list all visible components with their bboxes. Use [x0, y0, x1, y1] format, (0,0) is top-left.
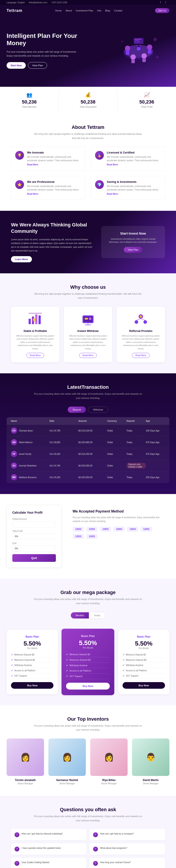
feature-1-2: Withdraw Anytime — [66, 663, 110, 668]
calc-input-profit[interactable] — [12, 533, 56, 539]
nav-investment[interactable]: Investment Plan — [76, 9, 93, 12]
svg-point-40 — [140, 315, 142, 318]
nav-about[interactable]: About — [66, 9, 72, 12]
buy-btn-2[interactable]: Buy Now — [122, 682, 165, 689]
pricing-tabs-wrap: Monthly Yearly — [7, 612, 169, 625]
calculator-box: Calculate Your Profit Global Amount Tota… — [7, 505, 62, 567]
profit-number: 50,236 — [122, 99, 172, 105]
buy-btn-1[interactable]: Buy Now — [66, 683, 110, 689]
pricing-section: Grab our mega package Put your investing… — [0, 579, 176, 705]
tx-avatar-3: AS — [11, 463, 17, 469]
pricing-card-1: Basic Plan 5.50% Per Month Minimum Depos… — [62, 628, 114, 695]
pricing-card-0: Basic Plan 5.50% Per Month Minimum Depos… — [7, 630, 58, 694]
stat-members: 👥 50,236 Total Member — [0, 87, 59, 114]
about-card-title-3: Saving & Investments — [107, 180, 161, 183]
buy-btn-0[interactable]: Buy Now — [11, 682, 54, 689]
col-amount: Amount — [78, 420, 107, 422]
tx-table: Name Date Amount Currency Deposit Ago OA… — [7, 417, 169, 483]
about-link-2[interactable]: Read More — [27, 193, 38, 195]
tx-deposit-3: Deposit only repeats a date — [127, 463, 146, 468]
faq-item-4[interactable]: ? User Guides Getting Started — [11, 858, 86, 868]
about-link-0[interactable]: Read More — [27, 163, 38, 166]
nav-home[interactable]: Home — [55, 9, 62, 12]
calc-input-quit[interactable] — [12, 545, 56, 552]
svg-rect-24 — [35, 314, 37, 324]
start-button[interactable]: Start Now — [7, 62, 26, 69]
savings-icon: 💎 — [95, 180, 104, 189]
pricing-heading: Grab our mega package — [7, 590, 169, 595]
svg-point-6 — [147, 44, 152, 50]
svg-rect-31 — [85, 318, 88, 319]
svg-rect-3 — [126, 51, 129, 55]
social-links: f t — [160, 1, 169, 4]
tx-row-4: MR Matthew Bonanno Oct 24,260 $4,520,850… — [7, 471, 169, 483]
faq-item-0[interactable]: ? How can I get help by Inbound marketin… — [11, 829, 86, 840]
feature-0-1: Maximum Deposit $0 — [11, 657, 54, 663]
tx-currency-0: Dollar — [107, 430, 127, 432]
tx-currency-3: Dollar — [107, 465, 127, 467]
plan-button[interactable]: View Plan — [28, 62, 47, 69]
faq-item-2[interactable]: ? I have question about the updated trai… — [11, 843, 86, 855]
deposit-tab[interactable]: Deposit — [68, 407, 85, 413]
faq-icon-1: ? — [93, 832, 98, 837]
about-link-3[interactable]: Read More — [107, 193, 118, 195]
tx-table-header: Name Date Amount Currency Deposit Ago — [7, 417, 169, 425]
tx-name-4: MR Matthew Bonanno — [11, 474, 49, 480]
tx-row-3: AS Ammali Strikebine Oct 24,748 $4,520,5… — [7, 460, 169, 471]
nav-blog[interactable]: Blog — [105, 9, 110, 12]
inventor-0: 👩 Tornim alizabath Senior Manager — [7, 739, 44, 785]
payment-logo-5: 12933 — [141, 527, 152, 532]
nav-contact[interactable]: Contact — [114, 9, 122, 12]
why-card-btn-0[interactable]: Read More — [26, 353, 44, 358]
stats-bar: 👥 50,236 Total Member 💰 50,238 Total Dep… — [0, 87, 176, 114]
faq-item-1[interactable]: ? How can I get help by a company? — [90, 829, 165, 840]
inventor-avatar-0: 👩 — [7, 739, 44, 776]
pricing-title-block: Grab our mega package Put your investing… — [7, 590, 169, 605]
cta-right-button[interactable]: View Plan — [124, 247, 143, 253]
inventors-title-block: Our Top Inventors Put your investing ide… — [7, 716, 169, 732]
tx-currency-2: Dollar — [107, 453, 127, 455]
why-card-btn-1[interactable]: Read More — [79, 353, 97, 358]
inventor-name-1: Sarmanur Rashid — [48, 779, 86, 782]
hero-right — [108, 28, 169, 72]
language-label: Language: English — [7, 1, 25, 4]
svg-rect-25 — [38, 315, 41, 324]
svg-rect-17 — [135, 40, 139, 41]
about-heading: About Tettram — [11, 124, 165, 130]
about-card-text-3: We innovate systematically, continuously… — [107, 185, 161, 192]
cta-right: Start Invest Now Quisnostrum exercitatio… — [101, 226, 165, 258]
twitter-icon[interactable]: t — [166, 1, 166, 4]
inventor-photo-3: 👨 — [132, 739, 169, 776]
about-title-block: About Tettram We bring the right people … — [11, 124, 165, 140]
calc-input-amount[interactable] — [12, 521, 56, 527]
nav-info[interactable]: Info — [97, 9, 101, 12]
plan-period-0: Per Month — [11, 647, 54, 650]
join-button[interactable]: Join Us — [155, 8, 169, 13]
inventors-section: Our Top Inventors Put your investing ide… — [0, 705, 176, 796]
pricing-desc: Put your investing ideas into action wit… — [33, 597, 143, 605]
withdraw-tab[interactable]: Withdraw — [88, 407, 108, 413]
why-card-btn-2[interactable]: Read More — [132, 353, 149, 358]
calc-label-profit: Total Profit — [12, 530, 56, 532]
tab-monthly[interactable]: Monthly — [71, 612, 89, 618]
why-card-title-2: Reffernal Provides — [121, 330, 161, 333]
about-link-1[interactable]: Read More — [107, 163, 118, 166]
cta-learn-button[interactable]: Learn More — [11, 256, 32, 262]
faq-item-3[interactable]: ? What about loan programs? — [90, 843, 165, 855]
faq-item-5[interactable]: ? How long your contract Frame? — [90, 858, 165, 868]
feature-2-0: Minimum Deposit $0 — [122, 652, 165, 657]
about-card-text-2: We innovate systematically, continuously… — [27, 185, 81, 192]
tx-row-1: AB Abbot Ablezor Oct 28,865 $4,520,880.0… — [7, 437, 169, 448]
plan-features-0: Minimum Deposit $0 Maximum Deposit $0 Wi… — [11, 652, 54, 679]
tab-yearly[interactable]: Yearly — [89, 612, 105, 618]
calculator-section: Calculate Your Profit Global Amount Tota… — [0, 494, 176, 579]
tx-deposit-2: Today — [127, 453, 146, 455]
calc-label-amount: Global Amount — [12, 518, 56, 520]
plan-name-1: Basic Plan — [66, 634, 110, 638]
svg-point-28 — [33, 319, 35, 320]
svg-rect-16 — [135, 39, 141, 40]
facebook-icon[interactable]: f — [160, 1, 161, 4]
members-label: Total Member — [4, 105, 54, 108]
feature-2-4: 24/7 Support — [122, 673, 165, 679]
why-desc: We bring the right people together to ch… — [33, 292, 143, 300]
